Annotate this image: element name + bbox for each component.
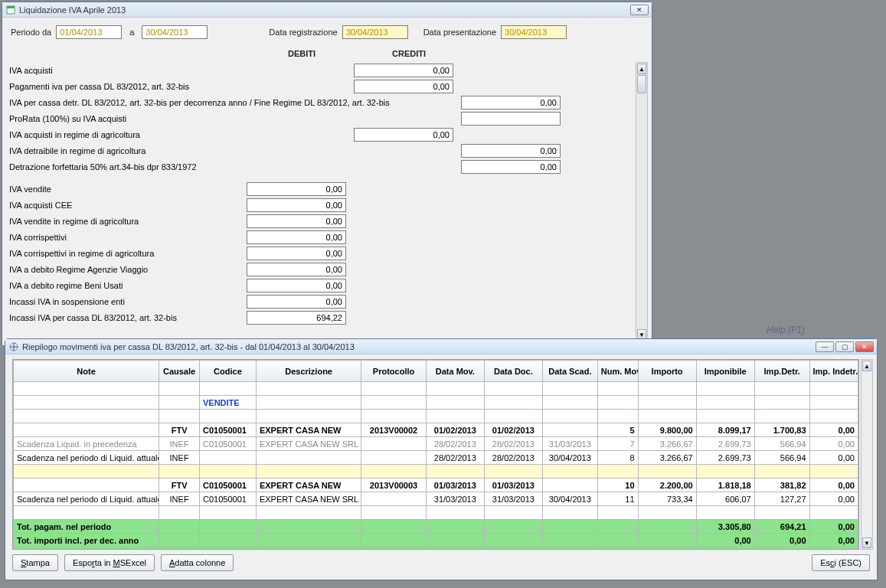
data-pres-label: Data presentazione: [423, 28, 496, 37]
liquidazione-row: Incassi IVA in sospensione enti: [9, 293, 634, 309]
row-label: Incassi IVA per cassa DL 83/2012, art. 3…: [9, 313, 247, 322]
maximize-button[interactable]: ▢: [835, 341, 854, 352]
debiti-input[interactable]: [247, 295, 346, 309]
valore-input[interactable]: [461, 144, 561, 158]
liquidazione-row: IVA corrispettivi: [9, 229, 634, 245]
row-label: IVA acquisti in regime di agricoltura: [9, 130, 247, 139]
table-row[interactable]: [14, 382, 858, 396]
esci-button[interactable]: Esci (ESC): [812, 554, 870, 571]
table-row[interactable]: Scadenza Liquid. in precedenzaINEFC01050…: [14, 437, 858, 451]
debiti-input[interactable]: [247, 263, 346, 276]
table-row[interactable]: [14, 410, 858, 423]
liquidazione-window: Liquidazione IVA Aprile 2013 ✕ Periodo d…: [2, 2, 652, 346]
help-hint: Help (F1): [767, 325, 805, 335]
grid-scrollbar[interactable]: ▲ ▼: [861, 359, 873, 550]
table-row[interactable]: Scadenza nel periodo di Liquid. attualeI…: [14, 492, 858, 506]
esporta-button[interactable]: Esporta in MSExcel: [64, 554, 155, 571]
column-header[interactable]: Protocollo: [361, 361, 427, 382]
close-button[interactable]: ✕: [855, 341, 874, 352]
row-label: Pagamenti iva per cassa DL 83/2012, art.…: [9, 82, 247, 91]
valore-input[interactable]: [461, 112, 561, 126]
debiti-input[interactable]: [247, 230, 346, 244]
debiti-input[interactable]: [247, 214, 346, 228]
table-row[interactable]: [14, 506, 858, 520]
grid-scroll-down-icon[interactable]: ▼: [862, 537, 871, 548]
debiti-input[interactable]: [247, 279, 346, 292]
row-label: IVA per cassa detr. DL 83/2012, art. 32-…: [9, 98, 461, 107]
riepilogo-buttonbar: Stampa Esporta in MSExcel Adatta colonne…: [12, 553, 870, 573]
liquidazione-title: Liquidazione IVA Aprile 2013: [19, 5, 630, 15]
liquidazione-row: IVA acquisti: [9, 62, 634, 78]
column-header[interactable]: Data Mov.: [426, 361, 484, 382]
debiti-input[interactable]: [247, 311, 346, 325]
table-row[interactable]: Tot. pagam. nel periodo3.305,80694,210,0…: [14, 520, 858, 534]
table-row[interactable]: Tot. importi incl. per dec. anno0,000,00…: [14, 534, 858, 547]
data-reg-input[interactable]: [342, 25, 408, 39]
column-header[interactable]: Descrizione: [256, 361, 361, 382]
debiti-input[interactable]: [247, 198, 346, 212]
riepilogo-title: Riepilogo movimenti iva per cassa DL 83/…: [22, 342, 816, 351]
debiti-header: DEBITI: [248, 49, 355, 58]
column-header[interactable]: Data Doc.: [484, 361, 542, 382]
liquidazione-row: IVA corrispettivi in regime di agricoltu…: [9, 245, 634, 261]
liquidazione-row: IVA a debito regime Beni Usati: [9, 277, 634, 293]
valore-input[interactable]: [461, 160, 561, 174]
data-reg-label: Data registrazione: [269, 28, 337, 37]
column-header[interactable]: Num. Mov: [597, 361, 638, 382]
liquidazione-row: IVA vendite in regime di agricoltura: [9, 213, 634, 229]
liquidazione-row: Pagamenti iva per cassa DL 83/2012, art.…: [9, 78, 634, 94]
crediti-input[interactable]: [354, 64, 453, 77]
crediti-input[interactable]: [461, 96, 561, 109]
riepilogo-titlebar[interactable]: Riepilogo movimenti iva per cassa DL 83/…: [5, 339, 877, 354]
liquidazione-row: IVA per cassa detr. DL 83/2012, art. 32-…: [9, 94, 634, 110]
crediti-input[interactable]: [354, 128, 453, 142]
adatta-colonne-button[interactable]: Adatta colonne: [161, 554, 234, 571]
liquidazione-row: IVA a debito Regime Agenzie Viaggio: [9, 261, 634, 277]
riepilogo-icon: [8, 341, 19, 352]
stampa-button[interactable]: Stampa: [12, 554, 58, 571]
riepilogo-window: Riepilogo movimenti iva per cassa DL 83/…: [5, 338, 878, 580]
debiti-input[interactable]: [247, 247, 346, 260]
table-row[interactable]: FTVC01050001EXPERT CASA NEW2013V0000201/…: [14, 423, 858, 437]
periodo-a-label: a: [129, 28, 134, 37]
liquidazione-row: Detrazione forfettaria 50% art.34-bis dp…: [9, 158, 634, 175]
liquidazione-titlebar[interactable]: Liquidazione IVA Aprile 2013 ✕: [2, 2, 652, 18]
column-header[interactable]: Note: [14, 361, 159, 382]
column-header[interactable]: Imp. Indetr.: [809, 361, 858, 382]
riepilogo-grid[interactable]: NoteCausaleCodiceDescrizioneProtocolloDa…: [13, 360, 858, 550]
minimize-button[interactable]: —: [816, 341, 834, 352]
debiti-input[interactable]: [247, 182, 346, 196]
row-label: IVA acquisti CEE: [9, 201, 247, 210]
column-header[interactable]: Causale: [159, 361, 200, 382]
close-icon[interactable]: ✕: [630, 5, 649, 15]
scroll-thumb[interactable]: [637, 75, 646, 93]
row-label: IVA corrispettivi in regime di agricoltu…: [9, 249, 247, 258]
liquidazione-scrollbar[interactable]: ▲ ▼: [636, 62, 648, 341]
row-label: IVA acquisti: [9, 66, 247, 75]
column-header[interactable]: Imponibile: [696, 361, 754, 382]
row-label: IVA a debito regime Beni Usati: [9, 281, 247, 290]
grid-scroll-up-icon[interactable]: ▲: [862, 361, 871, 371]
row-label: IVA detraibile in regime di agricoltura: [9, 146, 247, 155]
app-icon: [5, 5, 16, 15]
crediti-input[interactable]: [354, 80, 453, 93]
crediti-header: CREDITI: [355, 49, 463, 58]
column-header[interactable]: Data Scad.: [542, 361, 597, 382]
table-row[interactable]: Scadenza nel periodo di Liquid. attualeI…: [14, 451, 858, 465]
table-row[interactable]: VENDITE: [14, 396, 858, 410]
periodo-da-input[interactable]: [56, 25, 122, 39]
table-row[interactable]: Totale importi esclusi0,000,000,00: [14, 547, 858, 550]
table-row[interactable]: [14, 465, 858, 479]
liquidazione-row: IVA vendite: [9, 181, 634, 197]
scroll-up-icon[interactable]: ▲: [637, 64, 646, 74]
column-header[interactable]: Importo: [638, 361, 696, 382]
column-header[interactable]: Imp.Detr.: [754, 361, 809, 382]
liquidazione-row: IVA acquisti CEE: [9, 197, 634, 213]
periodo-a-input[interactable]: [142, 25, 208, 39]
row-label: ProRata (100%) su IVA acquisti: [9, 114, 247, 123]
table-row[interactable]: FTVC01050001EXPERT CASA NEW2013V0000301/…: [14, 479, 858, 492]
column-header[interactable]: Codice: [199, 361, 256, 382]
data-pres-input[interactable]: [501, 25, 567, 39]
row-label: IVA vendite: [9, 185, 247, 194]
liquidazione-row: ProRata (100%) su IVA acquisti: [9, 110, 634, 126]
